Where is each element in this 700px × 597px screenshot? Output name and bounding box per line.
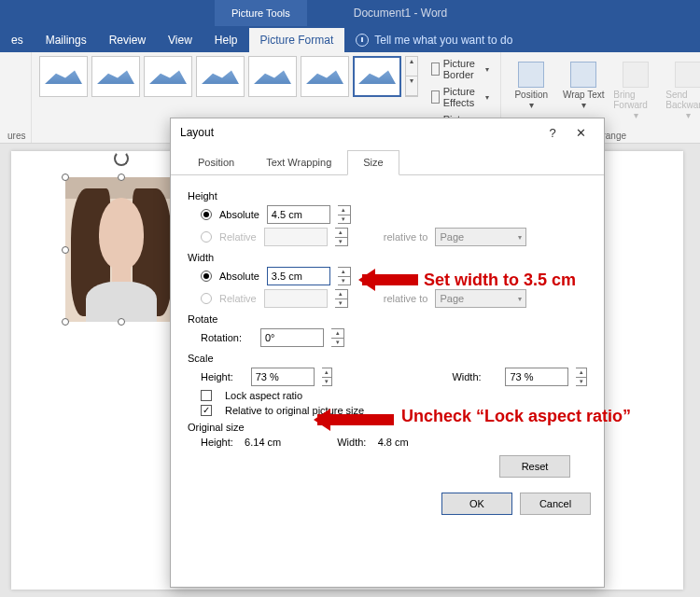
style-thumb[interactable] xyxy=(91,56,140,97)
quick-styles-partial[interactable] xyxy=(7,56,23,112)
rotation-input[interactable] xyxy=(260,328,324,347)
styles-more-button[interactable]: ▴▾ xyxy=(405,56,418,97)
section-width: Width xyxy=(188,252,587,263)
document-title: Document1 - Word xyxy=(354,7,447,20)
orig-height-value: 6.14 cm xyxy=(245,437,281,448)
send-backward-button: Send Backward▾ xyxy=(665,62,700,120)
spinner-disabled: ▴▾ xyxy=(335,228,348,246)
rotation-label: Rotation: xyxy=(201,332,253,343)
scale-height-spinner[interactable]: ▴▾ xyxy=(322,368,333,386)
tab-view[interactable]: View xyxy=(157,28,203,52)
resize-handle[interactable] xyxy=(118,174,125,181)
rotate-handle[interactable] xyxy=(114,151,129,166)
orig-width-label: Width: xyxy=(337,437,366,448)
height-relative-combo: Page▾ xyxy=(435,228,526,246)
relative-to-label: relative to xyxy=(384,293,428,304)
resize-handle[interactable] xyxy=(62,174,69,181)
tell-me-placeholder: Tell me what you want to do xyxy=(374,34,512,47)
dialog-title: Layout xyxy=(180,126,214,139)
reset-button[interactable]: Reset xyxy=(499,455,570,478)
forward-icon xyxy=(623,62,649,88)
tab-position[interactable]: Position xyxy=(182,150,250,174)
lock-aspect-checkbox[interactable] xyxy=(201,390,212,401)
title-bar: Picture Tools Document1 - Word xyxy=(0,0,700,26)
scale-width-label: Width: xyxy=(452,371,497,382)
rotation-spinner[interactable]: ▴▾ xyxy=(331,328,344,347)
spinner-disabled: ▴▾ xyxy=(335,289,348,308)
orig-width-value: 4.8 cm xyxy=(378,437,409,448)
position-icon xyxy=(518,62,544,88)
resize-handle[interactable] xyxy=(118,318,125,326)
chevron-down-icon: ▾ xyxy=(518,295,522,303)
height-absolute-radio[interactable] xyxy=(201,209,212,220)
tab-review[interactable]: Review xyxy=(98,28,157,52)
ok-button[interactable]: OK xyxy=(441,493,512,515)
layout-dialog: Layout ? ✕ Position Text Wrapping Size H… xyxy=(170,118,605,588)
chevron-down-icon: ▾ xyxy=(485,65,489,74)
chevron-down-icon: ▾ xyxy=(485,93,489,102)
width-relative-radio xyxy=(201,293,212,304)
height-absolute-input[interactable] xyxy=(267,205,330,224)
resize-handle[interactable] xyxy=(62,318,69,326)
style-thumb[interactable] xyxy=(196,56,245,97)
width-relative-input xyxy=(264,289,328,308)
help-button[interactable]: ? xyxy=(539,126,567,140)
tab-partial[interactable]: es xyxy=(0,28,35,52)
picture-border-button[interactable]: Picture Border▾ xyxy=(427,56,493,82)
scale-width-spinner[interactable]: ▴▾ xyxy=(576,368,587,386)
annotation-arrow xyxy=(317,414,394,425)
style-thumb[interactable] xyxy=(248,56,297,97)
picture-effects-button[interactable]: Picture Effects▾ xyxy=(427,84,493,110)
picture-styles-gallery[interactable]: ▴▾ xyxy=(39,56,418,97)
style-thumb[interactable] xyxy=(39,56,88,97)
scale-width-input[interactable] xyxy=(505,368,568,386)
style-thumb[interactable] xyxy=(301,56,349,97)
annotation-text: Uncheck “Lock aspect ratio” xyxy=(401,407,644,427)
tell-me-search[interactable]: Tell me what you want to do xyxy=(344,28,524,52)
absolute-label: Absolute xyxy=(219,209,259,220)
section-scale: Scale xyxy=(188,353,587,364)
lock-aspect-label: Lock aspect ratio xyxy=(225,390,302,401)
tab-picture-format[interactable]: Picture Format xyxy=(249,28,345,52)
relative-label: Relative xyxy=(219,293,257,304)
tab-text-wrapping[interactable]: Text Wrapping xyxy=(250,150,347,174)
width-absolute-radio[interactable] xyxy=(201,271,212,282)
orig-height-label: Height: xyxy=(201,437,233,448)
relative-to-label: relative to xyxy=(384,231,428,243)
backward-icon xyxy=(675,62,700,88)
style-thumb[interactable] xyxy=(144,56,192,97)
scale-height-label: Height: xyxy=(201,371,244,382)
group-label-ures: ures xyxy=(7,129,23,141)
section-rotate: Rotate xyxy=(188,313,587,325)
annotation-text: Set width to 3.5 cm xyxy=(424,271,576,291)
absolute-label: Absolute xyxy=(219,271,259,282)
resize-handle[interactable] xyxy=(62,246,69,254)
width-absolute-input[interactable] xyxy=(267,267,330,285)
wrap-text-button[interactable]: Wrap Text▾ xyxy=(561,62,606,120)
tab-mailings[interactable]: Mailings xyxy=(35,28,98,52)
position-button[interactable]: Position▾ xyxy=(509,62,553,120)
contextual-tab-label: Picture Tools xyxy=(215,0,307,26)
relative-original-checkbox[interactable] xyxy=(201,405,212,416)
wrap-icon xyxy=(570,62,596,88)
style-thumb-selected[interactable] xyxy=(353,56,401,97)
lightbulb-icon xyxy=(356,34,369,47)
selected-picture[interactable] xyxy=(65,177,177,322)
height-spinner[interactable]: ▴▾ xyxy=(338,205,351,224)
picture-content xyxy=(65,177,177,322)
height-relative-input xyxy=(264,228,328,246)
tab-help[interactable]: Help xyxy=(203,28,249,52)
bring-forward-button: Bring Forward▾ xyxy=(613,62,658,120)
annotation-arrow xyxy=(362,274,418,285)
cancel-button[interactable]: Cancel xyxy=(520,493,591,515)
height-relative-radio xyxy=(201,231,212,243)
dialog-tabs: Position Text Wrapping Size xyxy=(171,150,604,175)
tab-size[interactable]: Size xyxy=(347,150,399,175)
ribbon-tabs: es Mailings Review View Help Picture For… xyxy=(0,26,700,52)
section-height: Height xyxy=(188,190,587,201)
scale-height-input[interactable] xyxy=(251,368,315,386)
width-relative-combo: Page▾ xyxy=(435,289,526,308)
chevron-down-icon: ▾ xyxy=(518,233,522,242)
relative-label: Relative xyxy=(219,231,257,243)
close-button[interactable]: ✕ xyxy=(567,126,595,140)
